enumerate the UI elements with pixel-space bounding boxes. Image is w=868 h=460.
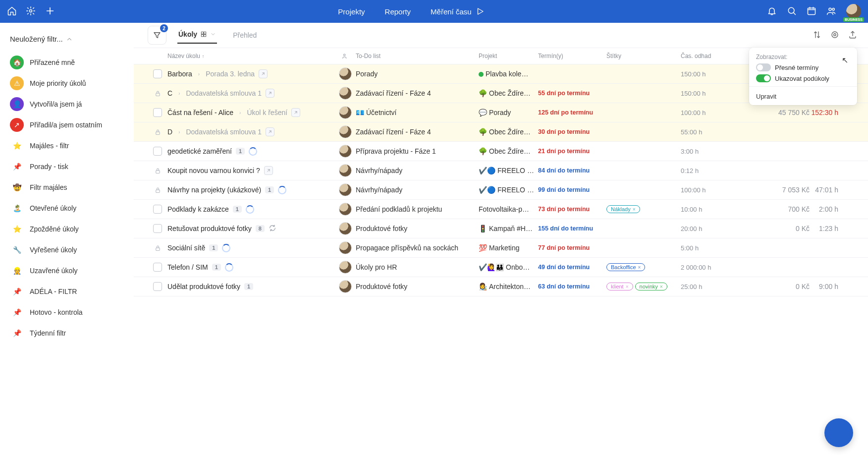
task-name[interactable]: Barbora›Porada 3. ledna [167,69,335,78]
calendar-icon[interactable] [807,6,816,17]
popover-exact-terms[interactable]: Přesné termíny [756,63,850,71]
task-name[interactable]: Retušovat produktové fotky8 [167,224,335,233]
task-row[interactable]: Návrhy na projekty (ukázkové)1Návrhy/náp… [134,180,868,200]
checkbox[interactable] [148,224,167,233]
assignee-avatar[interactable] [335,106,356,119]
project[interactable]: ✔️🔵FREELO … [479,167,538,174]
task-row[interactable]: D›Dodavatelská smlouva 1Zadávací řízení … [134,122,868,142]
nav-reports[interactable]: Reporty [385,7,411,16]
project[interactable]: 💯Marketing [479,244,538,252]
assignee-avatar[interactable] [335,280,356,293]
tag[interactable]: novinky× [635,283,667,290]
task-row[interactable]: Sociální sítě1Propagace příspěvků na soc… [134,238,868,258]
assignee-avatar[interactable] [335,67,356,80]
header-tags[interactable]: Štítky [606,53,681,59]
popout-icon[interactable] [264,166,273,175]
tag[interactable]: klient× [606,283,633,290]
sidebar-item[interactable]: 🏠Přiřazené mně [5,52,128,73]
checkbox[interactable] [148,69,167,78]
checkbox[interactable] [148,282,167,291]
todo-list[interactable]: Porady [356,70,479,78]
sort-icon[interactable] [813,30,821,41]
popover-show-subtasks[interactable]: Ukazovat podúkoly [756,74,850,82]
plus-icon[interactable] [45,5,55,18]
task-name[interactable]: Část na řešení - Alice›Úkol k řešení [167,108,335,117]
sidebar-item[interactable]: 👷Uzavřené úkoly [5,260,128,281]
people-icon[interactable] [826,6,836,17]
tag[interactable]: Náklady× [606,205,640,213]
assignee-avatar[interactable] [335,203,356,216]
project[interactable]: 🌳Obec Ždíre… [479,128,538,136]
project[interactable]: Fotovoltaika-p… [479,205,538,213]
checkbox[interactable] [148,205,167,214]
todo-list[interactable]: Příprava projektu - Fáze 1 [356,147,479,155]
sidebar-item[interactable]: ⚠Moje priority úkolů [5,73,128,94]
header-todo[interactable]: To-Do list [356,53,479,59]
checkbox[interactable] [148,147,167,156]
task-name[interactable]: Návrhy na projekty (ukázkové)1 [167,186,335,194]
project[interactable]: 👩‍🎨Architekton… [479,283,538,290]
sidebar-item[interactable]: 📌Porady - tisk [5,156,128,177]
task-row[interactable]: Telefon / SIM1Úkoly pro HR✔️🙋‍♀️👪Onbo…49… [134,258,868,277]
todo-list[interactable]: Předání podkladů k projektu [356,205,479,213]
task-row[interactable]: Koupit novou varnou konvici ?Návrhy/nápa… [134,161,868,180]
sidebar-item[interactable]: 🔧Vyřešené úkoly [5,239,128,260]
popout-icon[interactable] [259,69,268,78]
assignee-avatar[interactable] [335,87,356,100]
sidebar-item[interactable]: 📌ADÉLA - FILTR [5,281,128,302]
header-name[interactable]: Název úkolu [167,53,200,59]
todo-list[interactable]: Produktové fotky [356,225,479,232]
assignee-avatar[interactable] [335,183,356,196]
nav-time[interactable]: Měření času [431,7,485,16]
todo-list[interactable]: Úkoly pro HR [356,263,479,271]
filter-button[interactable]: 2 [148,26,166,45]
todo-list[interactable]: Produktové fotky [356,283,479,290]
sidebar-item[interactable]: 👤Vytvořil/a jsem já [5,94,128,115]
task-name[interactable]: Koupit novou varnou konvici ? [167,166,335,175]
checkbox[interactable] [148,263,167,272]
task-name[interactable]: Telefon / SIM1 [167,263,335,272]
assignee-avatar[interactable] [335,222,356,235]
task-name[interactable]: D›Dodavatelská smlouva 1 [167,127,335,136]
tag[interactable]: Backoffice× [606,263,645,271]
tab-overview[interactable]: Přehled [232,28,258,42]
project[interactable]: 💬Porady [479,109,538,116]
task-name[interactable]: Udělat produktové fotky1 [167,283,335,290]
sidebar-item[interactable]: 📌Hotovo - kontrola [5,302,128,323]
project[interactable]: ✔️🙋‍♀️👪Onbo… [479,263,538,271]
assignee-avatar[interactable] [335,241,356,254]
task-row[interactable]: geodetické zaměření1Příprava projektu - … [134,142,868,161]
sidebar-item[interactable]: ⭐Majáles - filtr [5,135,128,156]
assignee-avatar[interactable] [335,125,356,138]
sidebar-item[interactable]: 🏝️Otevřené úkoly [5,198,128,219]
task-row[interactable]: Podklady k zakázce1Předání podkladů k pr… [134,200,868,219]
assignee-avatar[interactable] [335,261,356,274]
task-name[interactable]: Sociální sítě1 [167,244,335,252]
task-row[interactable]: Část na řešení - Alice›Úkol k řešení💶Úče… [134,103,868,122]
toggle-show-subtasks[interactable] [756,74,771,82]
todo-list[interactable]: Zadávací řízení - Fáze 4 [356,89,479,97]
sidebar-item[interactable]: ⭐Zpožděné úkoly [5,219,128,239]
task-row[interactable]: Udělat produktové fotky1Produktové fotky… [134,277,868,296]
tab-tasks[interactable]: Úkoly [177,27,217,44]
todo-list[interactable]: Propagace příspěvků na sockách [356,244,479,252]
task-row[interactable]: Retušovat produktové fotky8Produktové fo… [134,219,868,238]
project[interactable]: ✔️🔵FREELO … [479,186,538,194]
header-terms[interactable]: Termín(y) [538,53,606,59]
popover-edit[interactable]: Upravit [756,91,850,100]
assignee-avatar[interactable] [335,164,356,177]
toggle-exact-terms[interactable] [756,63,771,71]
project[interactable]: 🌳Obec Ždíre… [479,147,538,155]
popout-icon[interactable] [291,108,300,117]
todo-list[interactable]: Návrhy/nápady [356,186,479,194]
settings-view-icon[interactable] [830,30,839,41]
project[interactable]: 🌳Obec Ždíre… [479,89,538,97]
popout-icon[interactable] [266,89,274,98]
task-name[interactable]: Podklady k zakázce1 [167,205,335,214]
task-name[interactable]: geodetické zaměření1 [167,147,335,156]
todo-list[interactable]: 💶Účetnictví [356,109,479,116]
bell-icon[interactable] [767,6,777,17]
header-project[interactable]: Projekt [479,53,538,59]
todo-list[interactable]: Návrhy/nápady [356,167,479,174]
todo-list[interactable]: Zadávací řízení - Fáze 4 [356,128,479,136]
